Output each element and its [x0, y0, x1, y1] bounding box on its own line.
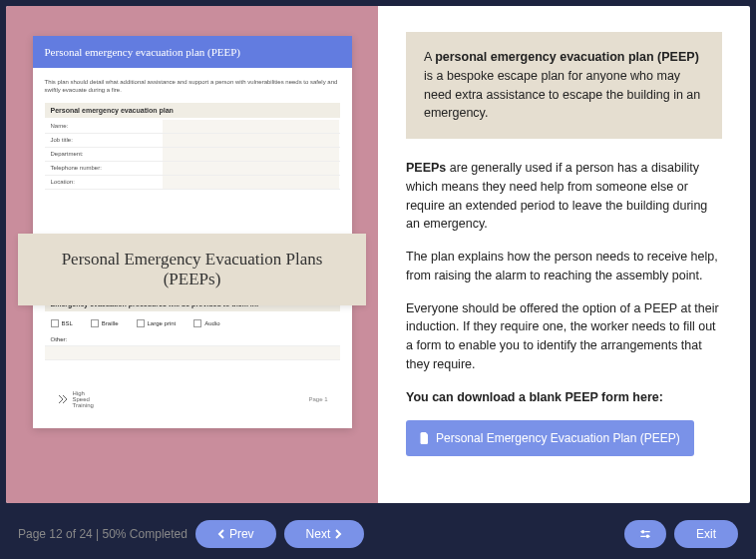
field-value: [163, 134, 340, 147]
field-value: [163, 162, 340, 175]
download-label: Personal Emergency Evacuation Plan (PEEP…: [436, 429, 680, 447]
check-audio: Audio: [193, 319, 219, 327]
right-panel: A personal emergency evacuation plan (PE…: [378, 6, 750, 503]
svg-point-0: [641, 530, 645, 534]
field-value: [163, 148, 340, 161]
doc-section-1: Personal emergency evacuation plan: [45, 103, 340, 118]
field-label: Location:: [45, 176, 163, 189]
left-panel: Personal emergency evacuation plan (PEEP…: [6, 6, 378, 503]
next-button[interactable]: Next: [284, 520, 365, 548]
check-braille: Braille: [91, 319, 119, 327]
page-status: Page 12 of 24 | 50% Completed: [18, 527, 188, 541]
doc-description: This plan should detail what additional …: [45, 78, 340, 95]
paragraph-4: You can download a blank PEEP form here:: [406, 388, 722, 407]
chevron-left-icon: [217, 529, 225, 539]
check-large: Large print: [137, 319, 177, 327]
chevron-right-icon: [334, 529, 342, 539]
paragraph-1: PEEPs are generally used if a person has…: [406, 159, 722, 234]
prev-button[interactable]: Prev: [195, 520, 276, 548]
hst-logo: High Speed Training: [57, 390, 94, 408]
title-overlay: Personal Emergency Evacuation Plans (PEE…: [18, 234, 366, 305]
exit-button[interactable]: Exit: [674, 520, 738, 548]
field-label: Job title:: [45, 134, 163, 147]
paragraph-2: The plan explains how the person needs t…: [406, 248, 722, 285]
field-value: [163, 176, 340, 189]
doc-checks: BSL Braille Large print Audio: [45, 313, 340, 333]
gear-icon: [638, 527, 652, 541]
doc-row: [45, 346, 340, 360]
footer-bar: Page 12 of 24 | 50% Completed Prev Next …: [0, 509, 756, 559]
main-content: Personal emergency evacuation plan (PEEP…: [6, 6, 750, 503]
document-preview: Personal emergency evacuation plan (PEEP…: [33, 36, 352, 428]
callout-box: A personal emergency evacuation plan (PE…: [406, 32, 722, 139]
check-bsl: BSL: [51, 319, 73, 327]
doc-row: Name:: [45, 120, 340, 134]
svg-point-1: [646, 535, 650, 539]
doc-page-num: Page 1: [308, 396, 327, 402]
field-value: [163, 120, 340, 133]
settings-button[interactable]: [624, 520, 666, 548]
doc-row: Telephone number:: [45, 162, 340, 176]
doc-header: Personal emergency evacuation plan (PEEP…: [33, 36, 352, 68]
callout-bold: personal emergency evacuation plan (PEEP…: [435, 50, 699, 64]
doc-footer: High Speed Training Page 1: [45, 380, 340, 418]
doc-row: Location:: [45, 176, 340, 190]
doc-row: Job title:: [45, 134, 340, 148]
field-label: Name:: [45, 120, 163, 133]
doc-row: Department:: [45, 148, 340, 162]
field-label: Telephone number:: [45, 162, 163, 175]
download-button[interactable]: Personal Emergency Evacuation Plan (PEEP…: [406, 420, 694, 456]
field-label: Department:: [45, 148, 163, 161]
paragraph-3: Everyone should be offered the option of…: [406, 299, 722, 374]
doc-other: Other:: [45, 333, 340, 346]
file-icon: [420, 432, 430, 444]
